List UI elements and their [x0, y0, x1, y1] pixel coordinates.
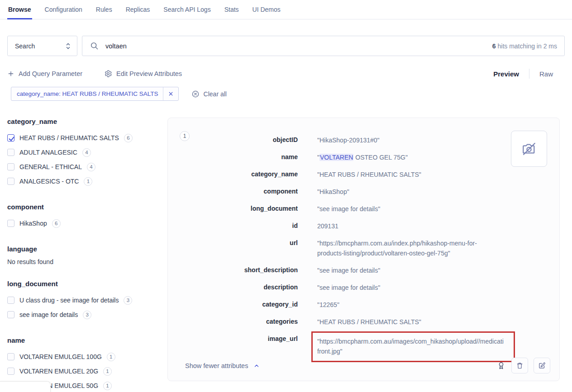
view-toggle: Preview Raw [493, 69, 553, 79]
facet-count-badge: 1 [107, 353, 115, 361]
tab-ui-demos[interactable]: UI Demos [252, 0, 281, 19]
tab-configuration[interactable]: Configuration [44, 0, 83, 19]
add-query-parameter-button[interactable]: Add Query Parameter [7, 70, 82, 77]
circle-x-icon [191, 90, 200, 98]
tab-stats[interactable]: Stats [224, 0, 240, 19]
facet-item-analgesics-otc[interactable]: ANALGESICS - OTC 1 [7, 174, 167, 189]
hit-image-placeholder[interactable] [511, 131, 547, 167]
attribute-label: category_id [168, 296, 298, 312]
facet-item-see-image[interactable]: see image for details 3 [7, 307, 167, 322]
facet-group-component: component HikaShop 6 [7, 203, 167, 231]
facet-count-badge: 1 [103, 367, 112, 376]
filter-chip-remove-button[interactable] [163, 87, 178, 100]
attribute-label: name [168, 149, 298, 165]
value-text: OSTEO GEL 75G" [353, 154, 408, 161]
checkbox[interactable] [7, 297, 14, 304]
edit-preview-attributes-label: Edit Preview Attributes [116, 70, 182, 77]
hit-card: 1 objectID "HikaShop-209131#0" name "VOL… [167, 118, 560, 381]
filter-chip-label: category_name: HEAT RUBS / RHEUMATIC SAL… [11, 90, 163, 97]
facet-item-hikashop[interactable]: HikaShop 6 [7, 216, 167, 231]
chevron-up-icon [253, 363, 260, 369]
trash-icon [516, 362, 524, 369]
facet-item-voltaren-100g[interactable]: VOLTAREN EMULGEL 100G 1 [7, 349, 167, 364]
hit-actions [496, 358, 550, 373]
attribute-value: "HEAT RUBS / RHEUMATIC SALTS" [317, 313, 525, 331]
attribute-row-objectid: objectID "HikaShop-209131#0" [168, 132, 547, 149]
attribute-value: "see image for details" [317, 200, 525, 217]
facet-item-heat-rubs[interactable]: HEAT RUBS / RHEUMATIC SALTS 6 [7, 131, 167, 145]
attribute-value: "HEAT RUBS / RHEUMATIC SALTS" [317, 166, 525, 183]
attribute-row-categories: categories "HEAT RUBS / RHEUMATIC SALTS" [168, 313, 547, 331]
attribute-label: component [168, 183, 298, 199]
attribute-row-component: component "HikaShop" [168, 183, 547, 200]
facet-count-badge: 6 [124, 134, 133, 142]
attribute-label: category_name [168, 166, 298, 182]
clear-all-label: Clear all [204, 90, 227, 98]
tab-search-api-logs[interactable]: Search API Logs [162, 0, 211, 19]
facet-title: component [7, 203, 167, 211]
facet-group-category-name: category_name HEAT RUBS / RHEUMATIC SALT… [7, 118, 167, 189]
search-icon [90, 41, 99, 51]
browser-status-overlay [0, 381, 51, 392]
attribute-value: "see image for details" [317, 279, 525, 296]
facet-item-label: VOLTAREN EMULGEL 100G [19, 353, 102, 360]
checkbox[interactable] [7, 368, 14, 375]
ranking-info-button[interactable] [496, 361, 506, 370]
attribute-value: "see image for details" [317, 262, 525, 279]
facet-group-long-document: long_document U class drug - see image f… [7, 280, 167, 322]
attribute-label: image_url [168, 331, 298, 347]
edit-icon [538, 362, 546, 369]
facet-item-label: HEAT RUBS / RHEUMATIC SALTS [19, 134, 119, 142]
facet-item-label: GENERAL - ETHICAL [19, 163, 82, 170]
gear-icon [104, 70, 112, 78]
hits-stats: 6 hits matching in 2 ms [492, 43, 557, 50]
edit-preview-attributes-button[interactable]: Edit Preview Attributes [104, 70, 182, 78]
facet-item-adult-analgesic[interactable]: ADULT ANALGESIC 4 [7, 145, 167, 160]
view-toggle-divider [529, 69, 529, 79]
attribute-row-name: name "VOLTAREN OSTEO GEL 75G" [168, 149, 547, 166]
edit-hit-button[interactable] [534, 358, 550, 373]
content: category_name HEAT RUBS / RHEUMATIC SALT… [0, 118, 572, 392]
facet-group-language: language No results found [7, 245, 167, 265]
clear-all-button[interactable]: Clear all [191, 90, 227, 98]
highlighted-match: VOLTAREN [319, 154, 353, 161]
tab-rules[interactable]: Rules [95, 0, 113, 19]
facet-title: long_document [7, 280, 167, 288]
checkbox[interactable] [7, 163, 14, 170]
checkbox[interactable] [7, 134, 14, 142]
search-scope-select[interactable]: Search [7, 36, 77, 56]
view-preview-button[interactable]: Preview [493, 70, 519, 78]
facet-title: name [7, 336, 167, 344]
facet-empty-message: No results found [7, 258, 167, 265]
facet-item-general-ethical[interactable]: GENERAL - ETHICAL 4 [7, 160, 167, 174]
tab-browse[interactable]: Browse [7, 0, 32, 19]
facet-item-voltaren-20g[interactable]: VOLTAREN EMULGEL 20G 1 [7, 364, 167, 378]
facet-item-label: ADULT ANALGESIC [19, 149, 77, 156]
search-row: Search 6 hits matching in 2 ms [7, 36, 565, 56]
facet-item-label: VOLTAREN EMULGEL 20G [19, 368, 98, 375]
checkbox[interactable] [7, 149, 14, 156]
chevron-updown-icon [65, 42, 72, 50]
facet-item-u-class-drug[interactable]: U class drug - see image for details 3 [7, 293, 167, 307]
delete-hit-button[interactable] [511, 358, 528, 373]
attribute-label: url [168, 235, 298, 251]
show-fewer-attributes-button[interactable]: Show fewer attributes [185, 362, 260, 369]
tab-replicas[interactable]: Replicas [125, 0, 151, 19]
facet-count-badge: 4 [82, 148, 91, 157]
attribute-value: "12265" [317, 296, 525, 313]
checkbox[interactable] [7, 220, 14, 227]
facet-item-label: HikaShop [19, 220, 47, 227]
award-icon [496, 361, 506, 370]
facet-count-badge: 6 [52, 219, 61, 228]
checkbox[interactable] [7, 311, 14, 318]
facet-count-badge: 4 [87, 163, 95, 171]
checkbox[interactable] [7, 178, 14, 185]
attribute-row-url: url "https://bmcpharm.com.au/index.php/h… [168, 235, 547, 262]
attribute-label: short_description [168, 262, 298, 278]
search-box[interactable]: 6 hits matching in 2 ms [82, 36, 565, 56]
attribute-value: "HikaShop-209131#0" [317, 132, 525, 149]
checkbox[interactable] [7, 353, 14, 360]
filter-chip-category-name: category_name: HEAT RUBS / RHEUMATIC SAL… [11, 87, 179, 101]
view-raw-button[interactable]: Raw [539, 70, 553, 78]
search-input[interactable] [105, 43, 486, 50]
